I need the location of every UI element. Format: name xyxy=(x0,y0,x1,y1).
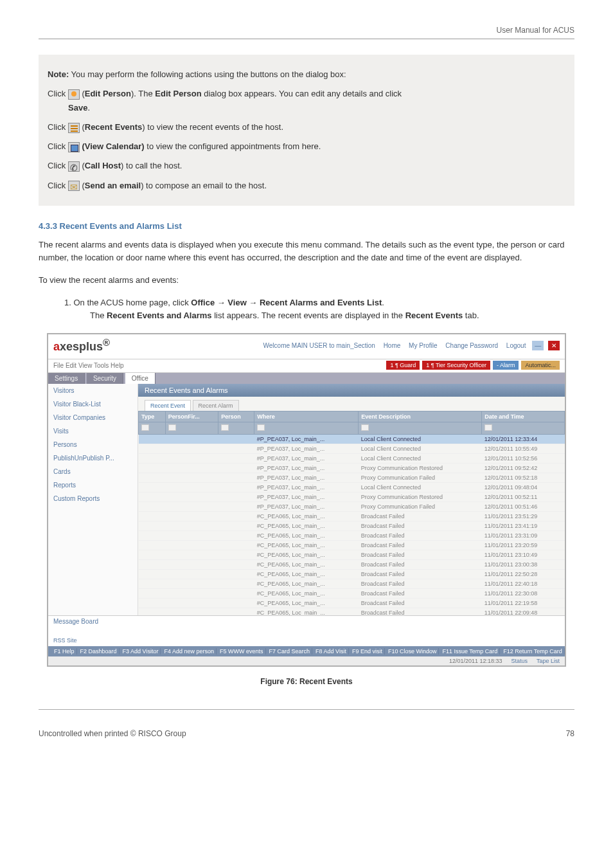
fkey-button[interactable]: F2 Dashboard xyxy=(78,648,120,655)
fkey-button[interactable]: F7 Card Search xyxy=(267,648,313,655)
rss-link[interactable]: RSS Site xyxy=(48,636,565,646)
calendar-icon xyxy=(68,142,80,152)
fkey-button[interactable]: F10 Close Window xyxy=(386,648,440,655)
col-desc[interactable]: Event Description xyxy=(359,411,482,422)
col-datetime[interactable]: Date and Time xyxy=(482,411,565,422)
table-row[interactable]: #P_PEA037, Loc_main_...Proxy Communicati… xyxy=(139,473,565,483)
note-line-edit: Click (Edit Person). The Edit Person dia… xyxy=(48,87,565,115)
section-para1: The recent alarms and events data is dis… xyxy=(39,239,574,266)
email-icon xyxy=(68,181,80,191)
fkey-button[interactable]: F8 Add Visit xyxy=(314,648,349,655)
nav-logout[interactable]: Logout xyxy=(504,341,528,350)
table-row[interactable]: #C_PEA065, Loc_main_...Broadcast Failed1… xyxy=(139,560,565,570)
table-row[interactable]: #C_PEA065, Loc_main_...Broadcast Failed1… xyxy=(139,608,565,616)
col-personfir[interactable]: PersonFir... xyxy=(165,411,218,422)
message-board-header[interactable]: Message Board xyxy=(48,615,565,627)
table-row[interactable]: #P_PEA037, Loc_main_...Local Client Conn… xyxy=(139,483,565,493)
sidebar-item-custom[interactable]: Custom Reports xyxy=(48,492,138,505)
fkey-button[interactable]: F9 End visit xyxy=(350,648,385,655)
tab-office[interactable]: Office xyxy=(125,373,155,384)
note-line-email: Click (Send an email) to compose an emai… xyxy=(48,179,565,193)
step-1: 1. On the ACUS home page, click Office →… xyxy=(77,296,574,321)
workspace-tabs: Settings Security Office xyxy=(48,373,565,384)
nav-profile[interactable]: My Profile xyxy=(407,341,439,350)
sidebar-item-cards[interactable]: Cards xyxy=(48,465,138,478)
table-row[interactable]: #C_PEA065, Loc_main_...Broadcast Failed1… xyxy=(139,550,565,560)
app-screenshot: axesplus® Welcome MAIN USER to main_Sect… xyxy=(47,333,566,667)
filter-icon[interactable] xyxy=(484,424,492,431)
tag-guard[interactable]: 1 ¶ Guard xyxy=(386,361,420,370)
sidebar-item-reports[interactable]: Reports xyxy=(48,478,138,492)
note-line-call: Click (Call Host) to call the host. xyxy=(48,159,565,173)
tab-settings[interactable]: Settings xyxy=(48,373,85,384)
fkey-button[interactable]: F12 Return Temp Card xyxy=(501,648,564,655)
note-box: Note: You may perform the following acti… xyxy=(39,55,574,206)
table-row[interactable]: #C_PEA065, Loc_main_...Broadcast Failed1… xyxy=(139,521,565,531)
col-where[interactable]: Where xyxy=(254,411,359,422)
fkey-button[interactable]: F3 Add Visitor xyxy=(121,648,161,655)
figure-caption: Figure 76: Recent Events xyxy=(39,677,574,686)
footer-page: 78 xyxy=(566,729,574,738)
table-row[interactable]: #C_PEA065, Loc_main_...Broadcast Failed1… xyxy=(139,589,565,599)
filter-icon[interactable] xyxy=(361,424,369,431)
table-row[interactable]: #C_PEA065, Loc_main_...Broadcast Failed1… xyxy=(139,570,565,579)
table-row[interactable]: #P_PEA037, Loc_main_...Local Client Conn… xyxy=(139,444,565,454)
status-tapelist[interactable]: Tape List xyxy=(537,658,560,664)
table-row[interactable]: #P_PEA037, Loc_main_...Proxy Communicati… xyxy=(139,493,565,502)
app-logo: axesplus® xyxy=(53,337,110,354)
table-row[interactable]: #P_PEA037, Loc_main_...Local Client Conn… xyxy=(139,454,565,464)
table-row[interactable]: #P_PEA037, Loc_main_...Proxy Communicati… xyxy=(139,464,565,473)
function-key-bar: F1 HelpF2 DashboardF3 Add VisitorF4 Add … xyxy=(48,646,565,656)
tab-security[interactable]: Security xyxy=(87,373,123,384)
menu-bar[interactable]: File Edit View Tools Help xyxy=(53,362,124,369)
minimize-icon[interactable]: — xyxy=(532,341,544,350)
table-row[interactable]: #C_PEA065, Loc_main_...Broadcast Failed1… xyxy=(139,531,565,541)
tag-alarm[interactable]: - Alarm xyxy=(493,361,519,370)
events-table: Type PersonFir... Person Where Event Des… xyxy=(138,411,565,615)
col-person[interactable]: Person xyxy=(218,411,254,422)
filter-icon[interactable] xyxy=(257,424,265,431)
sidebar-item-publish[interactable]: PublishUnPublish P... xyxy=(48,451,138,465)
note-line-calendar: Click (View Calendar) to view the config… xyxy=(48,140,565,154)
table-row[interactable]: #C_PEA065, Loc_main_...Broadcast Failed1… xyxy=(139,579,565,589)
filter-icon[interactable] xyxy=(168,424,176,431)
sidebar-item-blacklist[interactable]: Visitor Black-List xyxy=(48,397,138,411)
pane-title: Recent Events and Alarms xyxy=(138,384,565,397)
sidebar-item-persons[interactable]: Persons xyxy=(48,438,138,451)
top-links: Welcome MAIN USER to main_Section Home M… xyxy=(259,342,560,349)
filter-icon[interactable] xyxy=(141,424,149,431)
close-icon[interactable]: ✕ xyxy=(548,341,560,350)
sidebar-item-visitors[interactable]: Visitors xyxy=(48,384,138,397)
nav-home[interactable]: Home xyxy=(382,341,403,350)
table-row[interactable]: #P_PEA037, Loc_main_...Proxy Communicati… xyxy=(139,502,565,512)
header-right: User Manual for ACUS xyxy=(39,26,574,35)
nav-change-pwd[interactable]: Change Password xyxy=(443,341,500,350)
footer-left: Uncontrolled when printed © RISCO Group xyxy=(39,729,186,738)
table-row[interactable]: #C_PEA065, Loc_main_...Broadcast Failed1… xyxy=(139,599,565,608)
section-heading: 4.3.3 Recent Events and Alarms List xyxy=(39,221,574,231)
subtab-recent-alarm[interactable]: Recent Alarm xyxy=(193,400,239,411)
status-time: 12/01/2011 12:18:33 xyxy=(449,658,502,664)
edit-person-icon xyxy=(68,89,80,100)
note-title: Note: You may perform the following acti… xyxy=(48,68,565,82)
status-status[interactable]: Status xyxy=(511,658,528,664)
section-para2: To view the recent alarms and events: xyxy=(39,274,574,287)
tag-auto[interactable]: Automatic... xyxy=(521,361,560,370)
col-type[interactable]: Type xyxy=(139,411,166,422)
recent-events-icon xyxy=(68,123,80,133)
subtab-recent-event[interactable]: Recent Event xyxy=(145,400,191,411)
table-row[interactable]: #C_PEA065, Loc_main_...Broadcast Failed1… xyxy=(139,541,565,550)
welcome-text: Welcome MAIN USER to main_Section xyxy=(262,341,377,350)
tag-officer[interactable]: 1 ¶ Tier Security Officer xyxy=(422,361,490,370)
fkey-button[interactable]: F1 Help xyxy=(52,648,77,655)
note-line-recent: Click (Recent Events) to view the recent… xyxy=(48,120,565,134)
fkey-button[interactable]: F11 Issue Temp Card xyxy=(440,648,500,655)
sidebar: Visitors Visitor Black-List Visitor Comp… xyxy=(48,384,138,615)
table-row[interactable]: #P_PEA037, Loc_main_...Local Client Conn… xyxy=(139,435,565,444)
table-row[interactable]: #C_PEA065, Loc_main_...Broadcast Failed1… xyxy=(139,512,565,521)
fkey-button[interactable]: F5 WWW events xyxy=(218,648,266,655)
filter-icon[interactable] xyxy=(221,424,229,431)
fkey-button[interactable]: F4 Add new person xyxy=(162,648,217,655)
sidebar-item-companies[interactable]: Visitor Companies xyxy=(48,411,138,424)
sidebar-item-visits[interactable]: Visits xyxy=(48,424,138,438)
